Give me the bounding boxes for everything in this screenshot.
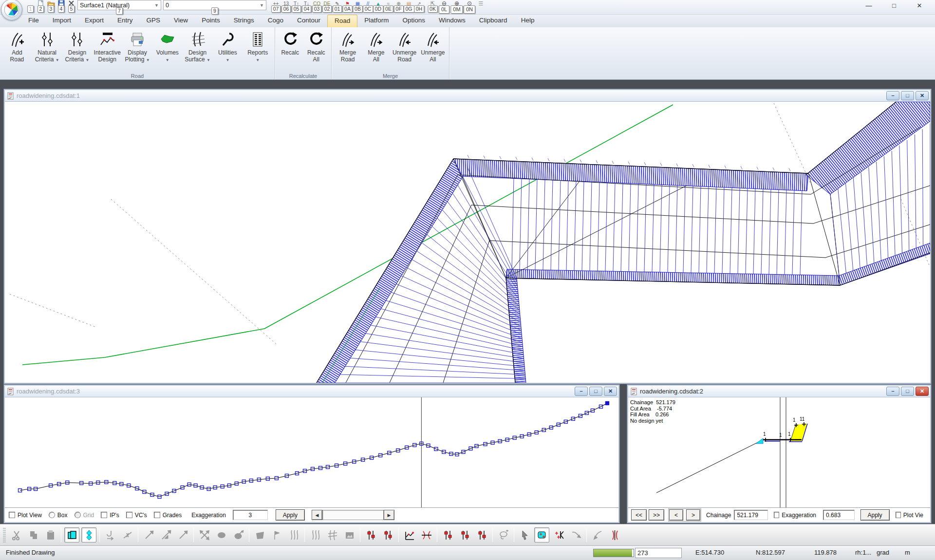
join-string-button[interactable] bbox=[103, 527, 118, 542]
intersect-button[interactable] bbox=[197, 527, 212, 542]
qat-zoom-0M[interactable]: ⊕0M bbox=[450, 0, 463, 15]
menu-tab-help[interactable]: Help bbox=[514, 15, 542, 27]
qat-button-2[interactable]: 2 bbox=[36, 0, 46, 15]
menu-tab-points[interactable]: Points bbox=[195, 15, 227, 27]
sections-red-button[interactable] bbox=[607, 527, 622, 542]
section-copy-button[interactable] bbox=[457, 527, 472, 542]
app-minimize-button[interactable]: — bbox=[856, 0, 881, 13]
qat-tool-0C[interactable]: //0C bbox=[363, 0, 373, 15]
menu-tab-gps[interactable]: GPS bbox=[140, 15, 168, 27]
menu-tab-clipboard[interactable]: Clipboard bbox=[472, 15, 514, 27]
ribbon-button-unmerge-all[interactable]: UnmergeAll bbox=[419, 29, 447, 71]
ribbon-button-design-criteria[interactable]: DesignCriteria ▼ bbox=[62, 29, 93, 71]
view-panes-button[interactable] bbox=[64, 527, 79, 542]
scroll-right-button[interactable]: ▶ bbox=[384, 510, 394, 520]
ellipse-button[interactable] bbox=[214, 527, 229, 542]
zoom-diamonds-button[interactable] bbox=[81, 527, 96, 542]
menu-tab-cogo[interactable]: Cogo bbox=[261, 15, 290, 27]
ribbon-button-recalc-all[interactable]: RecalcAll bbox=[303, 29, 330, 71]
plan-minimize-button[interactable]: – bbox=[886, 91, 899, 100]
cross-exaggeration-checkbox[interactable] bbox=[774, 512, 779, 518]
qat-button-4[interactable]: 4 bbox=[56, 0, 66, 15]
profile-apply-button[interactable]: Apply bbox=[276, 509, 305, 521]
ribbon-button-utilities[interactable]: Utilities▼ bbox=[212, 29, 243, 71]
template-button[interactable] bbox=[534, 527, 549, 542]
ribbon-button-display-plotting[interactable]: DisplayPlotting ▼ bbox=[122, 29, 152, 71]
menu-tab-export[interactable]: Export bbox=[78, 15, 111, 27]
ribbon-button-natural-criteria[interactable]: NaturalCriteria ▼ bbox=[32, 29, 62, 71]
cross-drawing-area[interactable]: Chainage 521.179 Cut Area -5.774 Fill Ar… bbox=[628, 397, 930, 507]
qat-zoom-0L[interactable]: ⊖0L bbox=[438, 0, 450, 15]
profile-close-button[interactable]: ✕ bbox=[604, 387, 617, 396]
profile-maximize-button[interactable]: □ bbox=[589, 387, 602, 396]
profile-drawing-area[interactable] bbox=[5, 397, 618, 507]
plot-view-checkbox[interactable] bbox=[9, 512, 15, 518]
qat-tool-0F[interactable]: ⊕0F bbox=[393, 0, 404, 15]
paste-button[interactable] bbox=[43, 527, 58, 542]
ribbon-button-merge-road[interactable]: MergeRoad bbox=[334, 29, 362, 71]
design-sections-button[interactable] bbox=[380, 527, 395, 542]
grid-radio[interactable] bbox=[75, 512, 81, 518]
plan-maximize-button[interactable]: □ bbox=[901, 91, 914, 100]
flag-button[interactable] bbox=[269, 527, 284, 542]
contours-button[interactable] bbox=[286, 527, 301, 542]
road-strings-button[interactable] bbox=[325, 527, 340, 542]
cross-close-button[interactable]: ✕ bbox=[916, 387, 929, 396]
qat-tool-05[interactable]: T↑05 bbox=[291, 0, 301, 15]
plan-drawing-area[interactable] bbox=[5, 102, 930, 383]
menu-tab-file[interactable]: File bbox=[21, 15, 46, 27]
app-close-button[interactable]: ✕ bbox=[907, 0, 932, 13]
lasso-button[interactable] bbox=[496, 527, 511, 542]
menu-tab-road[interactable]: Road bbox=[327, 15, 357, 27]
section-move-button[interactable] bbox=[474, 527, 489, 542]
string-select[interactable]: 0▼9 bbox=[163, 0, 266, 10]
cross-plot-view-checkbox[interactable] bbox=[896, 512, 901, 518]
ribbon-button-design-surface[interactable]: DesignSurface ▼ bbox=[183, 29, 213, 71]
ribbon-button-unmerge-road[interactable]: UnmergeRoad bbox=[391, 29, 419, 71]
scroll-left-button[interactable]: ◀ bbox=[312, 510, 322, 520]
grades-checkbox[interactable] bbox=[154, 512, 160, 518]
menu-tab-windows[interactable]: Windows bbox=[432, 15, 472, 27]
copy-button[interactable] bbox=[26, 527, 41, 542]
qat-tool-0G[interactable]: ▤0G bbox=[404, 0, 414, 15]
menu-tab-contour[interactable]: Contour bbox=[290, 15, 327, 27]
qat-tool-06[interactable]: 1306 bbox=[281, 0, 291, 15]
pointer-button[interactable] bbox=[517, 527, 532, 542]
menu-tab-options[interactable]: Options bbox=[396, 15, 432, 27]
cut-button[interactable] bbox=[9, 527, 24, 542]
toolbar-grip[interactable] bbox=[3, 528, 6, 542]
chainage-last-button[interactable]: >> bbox=[649, 509, 664, 521]
break-line-button[interactable] bbox=[120, 527, 135, 542]
profile-window-titlebar[interactable]: roadwidening.cdsdat:3 – □ ✕ bbox=[5, 386, 618, 397]
plan-window-titlebar[interactable]: roadwidening.cdsdat:1 – □ ✕ bbox=[5, 90, 930, 102]
exaggeration-input[interactable]: 3 bbox=[233, 510, 268, 520]
qat-tool-0E[interactable]: ≈0E bbox=[383, 0, 393, 15]
cross-section-button[interactable] bbox=[419, 527, 434, 542]
section-edit-button[interactable] bbox=[440, 527, 455, 542]
menu-tab-view[interactable]: View bbox=[167, 15, 195, 27]
ribbon-button-merge-all[interactable]: MergeAll bbox=[362, 29, 390, 71]
curve-arrow-button[interactable] bbox=[568, 527, 583, 542]
cross-maximize-button[interactable]: □ bbox=[901, 387, 914, 396]
ips-checkbox[interactable] bbox=[101, 512, 107, 518]
cross-apply-button[interactable]: Apply bbox=[860, 509, 890, 521]
qat-expand-button[interactable]: ⇱0K bbox=[428, 0, 438, 15]
menu-tab-import[interactable]: Import bbox=[46, 15, 78, 27]
qat-tool-0A[interactable]: ⚑0A bbox=[342, 0, 353, 15]
ribbon-button-volumes[interactable]: Volumes▼ bbox=[152, 29, 183, 71]
qat-button-3[interactable]: 3 bbox=[46, 0, 56, 15]
vcs-checkbox[interactable] bbox=[126, 512, 132, 518]
qat-tool-01[interactable]: ✎01 bbox=[332, 0, 342, 15]
qat-zoom-0N[interactable]: ⊙0N bbox=[463, 0, 476, 15]
profile-scrollbar[interactable] bbox=[322, 510, 384, 520]
snap-arrow-button[interactable] bbox=[590, 527, 605, 542]
app-logo-button[interactable] bbox=[1, 0, 22, 20]
qat-customize-button[interactable]: ☰ bbox=[476, 0, 486, 15]
qat-tool-03[interactable]: CO03 bbox=[312, 0, 322, 15]
image-button[interactable] bbox=[342, 527, 357, 542]
grade-arrow-button[interactable] bbox=[158, 527, 173, 542]
ribbon-button-reports[interactable]: Reports▼ bbox=[243, 29, 273, 71]
qat-button-1[interactable]: 1 bbox=[25, 0, 36, 15]
points-k-button[interactable] bbox=[551, 527, 566, 542]
menu-tab-strings[interactable]: Strings bbox=[227, 15, 261, 27]
